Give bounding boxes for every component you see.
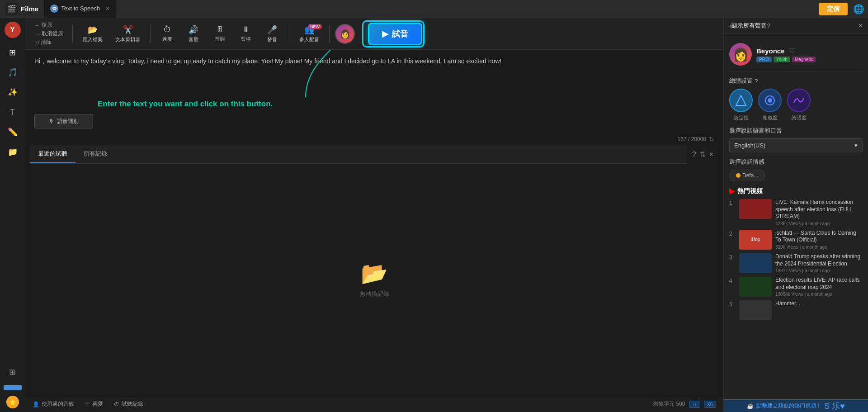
- sidebar-star-button[interactable]: ⭐: [6, 396, 19, 408]
- chevron-down-icon: ▾: [854, 142, 858, 149]
- app-logo: 🎬 Filme: [0, 3, 44, 15]
- used-voices-link[interactable]: 👤 使用過的音效: [33, 400, 74, 408]
- right-sidebar: ‹ 顯示所有聲音 ? × 👩 Beyonce ♡ PRO Yo: [723, 18, 868, 412]
- video-num-3: 3: [729, 253, 736, 260]
- voice-badges: PRO Youth Magnetic: [756, 57, 816, 62]
- badge-magnetic: Magnetic: [792, 57, 816, 62]
- sidebar-item-folder[interactable]: 📁: [4, 143, 22, 161]
- volume-button[interactable]: 🔊 音量: [182, 22, 205, 46]
- header-help-icon[interactable]: ?: [767, 22, 770, 29]
- close-sidebar-button[interactable]: ×: [859, 22, 863, 30]
- voice-icon: 🎤: [267, 25, 277, 35]
- sidebar-item-edit[interactable]: ✏️: [4, 123, 22, 141]
- svg-point-3: [768, 98, 772, 103]
- import-button[interactable]: 📂 匯入檔案: [78, 22, 107, 46]
- new-badge: NEW: [308, 24, 322, 29]
- import-icon: 📂: [88, 25, 98, 35]
- section-lang-title: 選擇說話語言和口音: [729, 127, 863, 135]
- voice-name: Beyonce: [756, 47, 785, 55]
- speed-button[interactable]: ⏱ 速度: [156, 22, 179, 45]
- video-info-1: LIVE: Kamala Harris concession speech af…: [775, 199, 863, 226]
- badge-pro: PRO: [756, 57, 772, 62]
- tab-recent-trial[interactable]: 最近的試聽: [30, 145, 75, 163]
- tone-similarity-label: 相似度: [763, 114, 778, 121]
- video-info-4: Election results LIVE: AP race calls and…: [775, 277, 863, 297]
- video-item-5[interactable]: 5 Hammer...: [729, 300, 863, 320]
- bottom-bar: 👤 使用過的音效 ♡ 喜愛 ⏱ 試聽記錄 剩餘字元 500 ↑↓ X5: [25, 396, 723, 412]
- tone-exaggeration-item[interactable]: 誇張度: [787, 89, 811, 121]
- video-item-1[interactable]: 1 LIVE: Kamala Harris concession speech …: [729, 199, 863, 226]
- voice-favorite-icon[interactable]: ♡: [789, 47, 796, 55]
- sidebar-item-text[interactable]: T: [4, 103, 22, 121]
- text-input-area[interactable]: Hi，welcome to my today's vlog. Today, i …: [25, 50, 723, 90]
- banner-text: 點擊建立類似的熱門視頻！: [756, 402, 821, 410]
- right-header-label: 顯示所有聲音: [731, 22, 767, 30]
- bottom-banner[interactable]: ☕ 點擊建立類似的熱門視頻！ S 乐♥: [724, 399, 868, 412]
- voice-avatar-selector[interactable]: 👩: [335, 24, 355, 44]
- redo-button[interactable]: → 取消復原: [34, 30, 63, 38]
- tone-exaggeration-label: 誇張度: [792, 114, 807, 121]
- video-num-2: 2: [729, 230, 736, 237]
- voice-avatar-image: 👩: [336, 25, 354, 43]
- sidebar-item-home[interactable]: ⊞: [4, 43, 22, 62]
- multi-button[interactable]: NEW 👥 多人配音: [295, 22, 324, 46]
- help-icon[interactable]: ?: [692, 151, 696, 159]
- tone-stability-item[interactable]: 急定性: [729, 89, 753, 121]
- app-logo-icon: 🎬: [5, 3, 18, 15]
- sidebar-item-media[interactable]: 🎵: [4, 63, 22, 81]
- app-name: Filme: [21, 5, 38, 13]
- user-avatar[interactable]: Y: [5, 22, 21, 38]
- voice-profile: 👩 Beyonce ♡ PRO Youth Magnetic: [729, 39, 863, 71]
- trial-records-link[interactable]: ⏱ 試聽記錄: [114, 400, 143, 408]
- banner-emoji: S 乐♥: [824, 401, 845, 412]
- tone-help-icon[interactable]: ?: [755, 78, 758, 85]
- center-panel: ← 復原 → 取消復原 ⊡ 清除 📂 匯入檔案 ✂️ 文本剪切器 ⏱ 速度 🔊 …: [25, 18, 723, 412]
- close-panel-icon[interactable]: ×: [709, 151, 713, 159]
- tone-stability-label: 急定性: [734, 114, 749, 121]
- favorites-link[interactable]: ♡ 喜愛: [85, 400, 103, 408]
- clear-button[interactable]: ⊡ 清除: [34, 38, 63, 46]
- play-icon: ▶: [382, 29, 388, 39]
- tab-close-icon[interactable]: ×: [105, 5, 109, 13]
- home-icon: ⊞: [9, 47, 16, 57]
- tone-similarity-item[interactable]: 相似度: [758, 89, 782, 121]
- video-num-5: 5: [729, 300, 736, 308]
- video-item-3[interactable]: 3 Donald Trump speaks after winning the …: [729, 253, 863, 273]
- undo-button[interactable]: ← 復原: [34, 21, 63, 29]
- clock-icon: ⏱: [114, 401, 119, 407]
- svg-marker-1: [736, 95, 746, 105]
- sidebar-progress: [4, 385, 22, 390]
- video-info-5: Hammer...: [775, 300, 863, 308]
- voice-recognition-button[interactable]: 🎙 語音識別: [34, 114, 93, 128]
- refresh-icon[interactable]: ↻: [709, 136, 714, 143]
- content-area: Hi，welcome to my today's vlog. Today, i …: [25, 50, 723, 396]
- trial-button[interactable]: ▶ 試音: [368, 23, 422, 45]
- stability-icon: [734, 94, 748, 107]
- tone-stability-circle: [729, 89, 753, 112]
- sort-icon[interactable]: ⇅: [700, 150, 706, 159]
- language-select[interactable]: English(US) ▾: [729, 138, 863, 152]
- pause-button[interactable]: ⏸ 暫停: [235, 22, 257, 45]
- char-count-display: 167 / 20000 ↻: [25, 134, 723, 145]
- video-thumb-1: [739, 199, 772, 219]
- textcut-button[interactable]: ✂️ 文本剪切器: [111, 22, 145, 46]
- sidebar-item-grid[interactable]: ⊞: [4, 363, 22, 381]
- video-title-4: Election results LIVE: AP race calls and…: [775, 277, 863, 291]
- tone-icon: 🎚: [216, 25, 224, 34]
- tone-button[interactable]: 🎚 音調: [208, 22, 231, 45]
- badge-youth: Youth: [774, 57, 790, 62]
- sidebar-item-effects[interactable]: ✨: [4, 83, 22, 101]
- trial-button-wrapper: ▶ 試音: [362, 20, 425, 47]
- video-item-2[interactable]: 2 iHop jschlatt — Santa Claus Is Coming …: [729, 230, 863, 250]
- pricing-button[interactable]: 定價: [819, 3, 848, 15]
- video-item-4[interactable]: 4 Election results LIVE: AP race calls a…: [729, 277, 863, 297]
- tab-tts[interactable]: 💬 Text to Speech ×: [44, 0, 116, 18]
- toolbar: ← 復原 → 取消復原 ⊡ 清除 📂 匯入檔案 ✂️ 文本剪切器 ⏱ 速度 🔊 …: [25, 18, 723, 50]
- voice-button[interactable]: 🎤 發音: [261, 22, 283, 46]
- video-title-3: Donald Trump speaks after winning the 20…: [775, 253, 863, 267]
- recent-body: 📂 無轉換記錄: [30, 164, 719, 395]
- globe-button[interactable]: 🌐: [853, 4, 864, 14]
- tab-all-records[interactable]: 所有記錄: [75, 145, 115, 163]
- emotion-selector[interactable]: Defa...: [729, 170, 765, 181]
- banner-icon: ☕: [747, 403, 754, 409]
